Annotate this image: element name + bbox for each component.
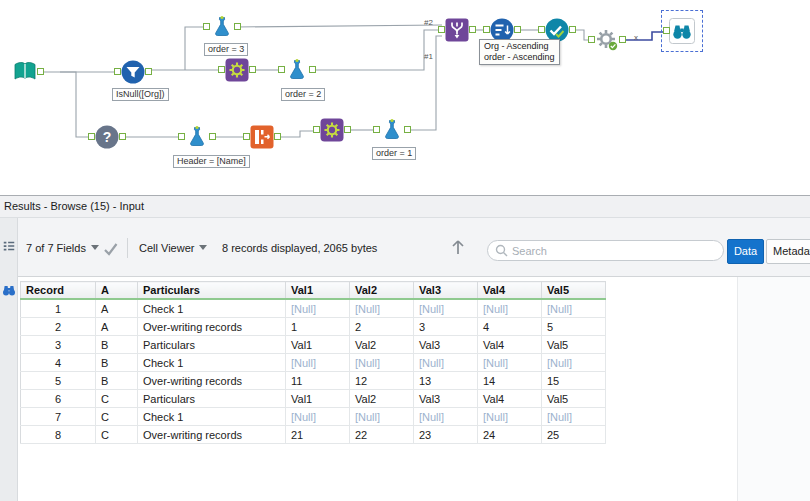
data-cell[interactable]: [Null] xyxy=(542,299,606,318)
input-anchor[interactable] xyxy=(178,133,185,140)
input-anchor[interactable] xyxy=(313,126,320,133)
data-cell[interactable]: Val3 xyxy=(414,336,478,354)
data-cell[interactable]: Particulars xyxy=(138,390,286,408)
data-cell[interactable]: Val3 xyxy=(414,390,478,408)
input-anchor[interactable] xyxy=(588,36,595,43)
up-arrow-icon[interactable] xyxy=(450,238,466,256)
data-cell[interactable]: C xyxy=(96,408,138,426)
data-cell[interactable]: [Null] xyxy=(414,354,478,372)
data-cell[interactable]: A xyxy=(96,299,138,318)
data-cell[interactable]: Check 1 xyxy=(138,408,286,426)
data-cell[interactable]: [Null] xyxy=(350,408,414,426)
output-anchor[interactable] xyxy=(569,26,576,33)
data-cell[interactable]: [Null] xyxy=(350,299,414,318)
multi-formula-tool-2[interactable] xyxy=(319,117,345,143)
data-cell[interactable]: B xyxy=(96,372,138,390)
data-cell[interactable]: Val4 xyxy=(478,390,542,408)
data-tab-button[interactable]: Data xyxy=(727,239,764,264)
data-cell[interactable]: 23 xyxy=(414,426,478,444)
output-anchor[interactable] xyxy=(344,126,351,133)
dynamic-rename-tool[interactable]: ? xyxy=(94,124,120,150)
record-number-cell[interactable]: 2 xyxy=(21,318,96,336)
data-cell[interactable]: Val5 xyxy=(542,336,606,354)
output-anchor[interactable] xyxy=(469,26,476,33)
output-anchor[interactable] xyxy=(209,133,216,140)
union-tool[interactable] xyxy=(444,17,470,43)
grid-view-icon[interactable] xyxy=(2,238,16,254)
workflow-canvas[interactable]: ? xyxy=(0,0,810,195)
data-cell[interactable]: Val1 xyxy=(286,390,350,408)
output-anchor[interactable] xyxy=(119,133,126,140)
filter-tool[interactable] xyxy=(120,59,146,85)
data-cell[interactable]: 11 xyxy=(286,372,350,390)
data-cell[interactable]: 24 xyxy=(478,426,542,444)
column-header[interactable]: Val1 xyxy=(286,282,350,300)
data-cell[interactable]: 1 xyxy=(286,318,350,336)
record-number-cell[interactable]: 7 xyxy=(21,408,96,426)
data-cell[interactable]: C xyxy=(96,426,138,444)
data-cell[interactable]: 13 xyxy=(414,372,478,390)
input-anchor[interactable] xyxy=(278,66,285,73)
browse-tool[interactable] xyxy=(669,18,695,44)
column-header[interactable]: Record xyxy=(21,282,96,300)
data-cell[interactable]: Check 1 xyxy=(138,354,286,372)
data-cell[interactable]: [Null] xyxy=(542,354,606,372)
metadata-tab-button[interactable]: Metadata xyxy=(766,239,810,264)
data-cell[interactable]: 14 xyxy=(478,372,542,390)
data-cell[interactable]: Particulars xyxy=(138,336,286,354)
record-number-cell[interactable]: 1 xyxy=(21,299,96,318)
record-number-cell[interactable]: 3 xyxy=(21,336,96,354)
data-cell[interactable]: Val2 xyxy=(350,390,414,408)
column-header[interactable]: Val3 xyxy=(414,282,478,300)
browse-pane-icon[interactable] xyxy=(1,282,17,298)
column-header[interactable]: Val4 xyxy=(478,282,542,300)
text-to-columns-tool[interactable] xyxy=(249,124,275,150)
search-input[interactable] xyxy=(512,242,717,259)
formula-tool-order3[interactable] xyxy=(209,14,235,40)
data-cell[interactable]: Over-writing records xyxy=(138,372,286,390)
data-cell[interactable]: B xyxy=(96,354,138,372)
input-anchor[interactable] xyxy=(483,26,490,33)
data-cell[interactable]: [Null] xyxy=(478,299,542,318)
data-cell[interactable]: [Null] xyxy=(478,408,542,426)
multi-formula-tool-1[interactable] xyxy=(224,57,250,83)
data-cell[interactable]: Val1 xyxy=(286,336,350,354)
data-cell[interactable]: 22 xyxy=(350,426,414,444)
apply-check-icon[interactable] xyxy=(103,242,118,256)
cell-viewer-dropdown[interactable]: Cell Viewer xyxy=(139,241,207,255)
data-cell[interactable]: Val2 xyxy=(350,336,414,354)
input-anchor[interactable] xyxy=(218,66,225,73)
gear-tool[interactable] xyxy=(594,27,620,53)
data-cell[interactable]: C xyxy=(96,390,138,408)
data-cell[interactable]: [Null] xyxy=(286,299,350,318)
column-header[interactable]: Val5 xyxy=(542,282,606,300)
input-anchor[interactable] xyxy=(114,68,121,75)
input-anchor[interactable] xyxy=(663,27,670,34)
fields-dropdown[interactable]: 7 of 7 Fields xyxy=(26,241,99,255)
data-cell[interactable]: [Null] xyxy=(286,354,350,372)
record-number-cell[interactable]: 6 xyxy=(21,390,96,408)
data-cell[interactable]: [Null] xyxy=(414,299,478,318)
input-anchor[interactable] xyxy=(88,133,95,140)
output-anchor[interactable] xyxy=(619,36,626,43)
input-anchor[interactable] xyxy=(203,23,210,30)
output-anchor[interactable] xyxy=(145,68,152,75)
data-cell[interactable]: 21 xyxy=(286,426,350,444)
data-cell[interactable]: 15 xyxy=(542,372,606,390)
output-anchor[interactable] xyxy=(37,68,44,75)
data-cell[interactable]: [Null] xyxy=(414,408,478,426)
data-cell[interactable]: [Null] xyxy=(350,354,414,372)
input-anchor[interactable] xyxy=(243,133,250,140)
data-cell[interactable]: [Null] xyxy=(542,408,606,426)
data-cell[interactable]: [Null] xyxy=(286,408,350,426)
data-cell[interactable]: Val4 xyxy=(478,336,542,354)
data-cell[interactable]: 5 xyxy=(542,318,606,336)
input-anchor[interactable] xyxy=(538,26,545,33)
data-cell[interactable]: [Null] xyxy=(478,354,542,372)
data-cell[interactable]: B xyxy=(96,336,138,354)
formula-tool-header[interactable] xyxy=(184,124,210,150)
data-cell[interactable]: 12 xyxy=(350,372,414,390)
output-anchor[interactable] xyxy=(514,26,521,33)
data-cell[interactable]: 3 xyxy=(414,318,478,336)
formula-tool-order1[interactable] xyxy=(379,117,405,143)
